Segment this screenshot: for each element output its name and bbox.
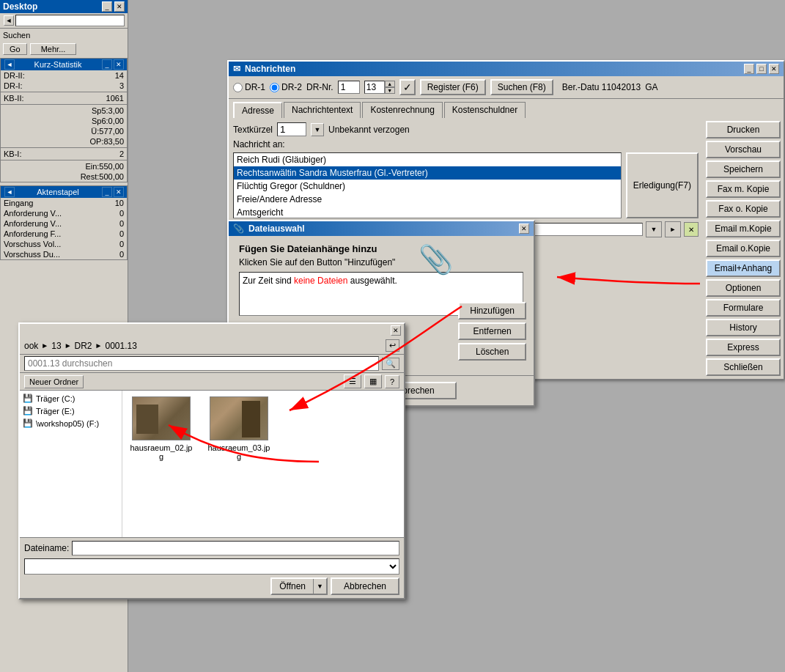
drive-e-label: Träger (E:) [36, 407, 75, 416]
hinzufuegen-btn[interactable]: Hinzufügen [458, 302, 526, 320]
drnr-input[interactable] [338, 81, 360, 94]
datei-titlebar: 📎 Dateiauswahl ✕ [229, 221, 534, 236]
arrow-right-btn[interactable]: ► [665, 221, 681, 237]
email-mit-btn[interactable]: Email m.Kopie [706, 220, 781, 237]
nachrichten-close-btn[interactable]: ✕ [769, 64, 779, 74]
akten-close-btn[interactable]: ✕ [114, 187, 124, 197]
kurz-minimize-btn[interactable]: _ [102, 59, 112, 70]
nachrichten-email-icon: ✉ [233, 64, 240, 74]
datei-buttons: Hinzufügen Entfernen Löschen [458, 302, 526, 361]
email-anhang-btn[interactable]: Email+Anhang [706, 259, 781, 277]
fb-arrow-1: ► [41, 341, 48, 350]
tab-adresse[interactable]: Adresse [233, 102, 282, 118]
dr2-radio[interactable] [270, 83, 279, 92]
recipient-item[interactable]: Amtsgericht [234, 206, 621, 218]
oeffnen-arrow-btn[interactable]: ▼ [313, 579, 326, 594]
kurz-close-btn[interactable]: ✕ [114, 59, 124, 70]
fb-abbrechen-btn[interactable]: Abbrechen [331, 577, 399, 595]
fb-action-row: Öffnen ▼ Abbrechen [24, 577, 399, 595]
fb-neuer-ordner-btn[interactable]: Neuer Ordner [24, 375, 84, 388]
drucken-btn[interactable]: Drucken [706, 121, 781, 139]
spinner-down-btn[interactable]: ▼ [385, 87, 395, 94]
akten-collapse-btn[interactable]: ◄ [4, 187, 15, 197]
fb-filename-input[interactable] [72, 541, 399, 555]
fb-view1-btn[interactable]: ☰ [344, 374, 361, 388]
textkurzel-dropdown-btn[interactable]: ▼ [311, 123, 324, 136]
ber-label: Ber.-Datu 11042013 [562, 82, 641, 92]
recipient-item[interactable]: Reich Rudi (Gläubiger) [234, 153, 621, 166]
vorschau-btn[interactable]: Vorschau [706, 141, 781, 158]
fb-search-btn[interactable]: 🔍 [382, 358, 399, 370]
tab-kostenrechnung[interactable]: Kostenrechnung [362, 102, 442, 118]
optionen-btn[interactable]: Optionen [706, 279, 781, 297]
nachrichten-minimize-btn[interactable]: _ [744, 64, 754, 74]
tab-kostenschuldner[interactable]: Kostenschuldner [444, 102, 526, 118]
fb-help-btn[interactable]: ? [385, 375, 399, 388]
loeschen-btn[interactable]: Löschen [458, 343, 526, 361]
entfernen-btn[interactable]: Entfernen [458, 322, 526, 340]
kurz-row-sp5: Sp5:3,00 [1, 106, 127, 116]
check-btn[interactable]: ✓ [399, 79, 416, 95]
spinner-buttons: ▲ ▼ [385, 81, 395, 94]
fax-ohne-btn[interactable]: Fax o. Kopie [706, 200, 781, 218]
akten-row-vor2: Vorschuss Du...0 [1, 249, 127, 259]
recipient-item[interactable]: Flüchtig Gregor (Schuldner) [234, 180, 621, 193]
drnr-label: DR-Nr. [306, 82, 333, 92]
nachrichten-maximize-btn[interactable]: □ [756, 64, 767, 74]
textkurzel-input[interactable] [277, 122, 306, 136]
drive-f[interactable]: 💾 \workshop05) (F:) [23, 418, 119, 428]
drive-e[interactable]: 💾 Träger (E:) [23, 406, 119, 416]
aktenstapel-panel: ◄ Aktenstapel _ ✕ Eingang10 Anforderung … [0, 185, 128, 260]
fb-file-1[interactable]: hausraeum_02.jpg [128, 396, 194, 461]
sidebar-close-btn[interactable]: ✕ [114, 1, 125, 12]
register-btn[interactable]: Register (F6) [420, 79, 486, 95]
fb-back-btn[interactable]: ↩ [386, 339, 399, 352]
email-ohne-btn[interactable]: Email o.Kopie [706, 240, 781, 257]
history-btn[interactable]: History [706, 319, 781, 336]
mehr-button[interactable]: Mehr... [30, 43, 77, 55]
kurz-collapse-btn[interactable]: ◄ [4, 59, 15, 70]
spinner-container: ▲ ▼ [364, 81, 395, 94]
search-input[interactable] [15, 15, 125, 26]
fb-search-input[interactable] [24, 356, 379, 371]
recipient-list[interactable]: Reich Rudi (Gläubiger) Rechtsanwältin Sa… [233, 152, 622, 218]
formulare-btn[interactable]: Formulare [706, 299, 781, 317]
kurz-row-kb2: KB-II:1061 [1, 93, 127, 103]
erledigung-btn[interactable]: Erledigung(F7) [626, 152, 699, 218]
fb-view2-btn[interactable]: ▦ [364, 374, 382, 388]
fb-drives: 💾 Träger (C:) 💾 Träger (E:) 💾 \workshop0… [20, 391, 122, 431]
fb-filetype-select[interactable] [24, 558, 399, 575]
akten-minimize-btn[interactable]: _ [102, 187, 112, 197]
kurz-row-sp6: Sp6:0,00 [1, 116, 127, 126]
datei-subtext: Klicken Sie auf den Button "Hinzufügen" [239, 257, 523, 267]
sidebar-minimize-btn[interactable]: _ [102, 1, 112, 12]
drive-c[interactable]: 💾 Träger (C:) [23, 394, 119, 403]
akten-row-eingang: Eingang10 [1, 198, 127, 208]
fb-thumbnail-2 [210, 396, 268, 440]
sidebar-collapse-btn[interactable]: ◄ [4, 15, 14, 26]
datei-close-btn[interactable]: ✕ [519, 224, 529, 234]
kurz-row-ein: Ein:550,00 [1, 161, 127, 171]
tab-nachrichtentext[interactable]: Nachrichtentext [284, 102, 361, 118]
dropdown-addr-btn[interactable]: ▼ [646, 221, 662, 237]
kurz-row-op: OP:83,50 [1, 136, 127, 147]
dr1-radio[interactable] [233, 83, 243, 92]
dr1-radio-label[interactable]: DR-1 [233, 82, 265, 92]
express-btn[interactable]: Express [706, 339, 781, 356]
recipient-item-selected[interactable]: Rechtsanwältin Sandra Musterfrau (Gl.-Ve… [234, 166, 621, 180]
speichern-btn[interactable]: Speichern [706, 160, 781, 178]
oeffnen-btn[interactable]: Öffnen [272, 579, 313, 594]
kurz-row-dr1: DR-I:3 [1, 81, 127, 91]
spinner-input[interactable] [364, 81, 385, 94]
fb-close-btn[interactable]: ✕ [391, 325, 401, 336]
fb-file-2[interactable]: hausraeum_03.jpg [206, 396, 272, 461]
fb-thumbnail-1 [132, 396, 191, 440]
fax-kopie-btn[interactable]: Fax m. Kopie [706, 180, 781, 198]
akten-row-anf1: Anforderung V...0 [1, 208, 127, 218]
dr2-radio-label[interactable]: DR-2 [270, 82, 302, 92]
schliessen-btn[interactable]: Schließen [706, 358, 781, 376]
suchen-btn[interactable]: Suchen (F8) [490, 79, 553, 95]
go-button[interactable]: Go [3, 43, 27, 55]
spinner-up-btn[interactable]: ▲ [385, 81, 395, 87]
recipient-item[interactable]: Freie/Andere Adresse [234, 193, 621, 206]
